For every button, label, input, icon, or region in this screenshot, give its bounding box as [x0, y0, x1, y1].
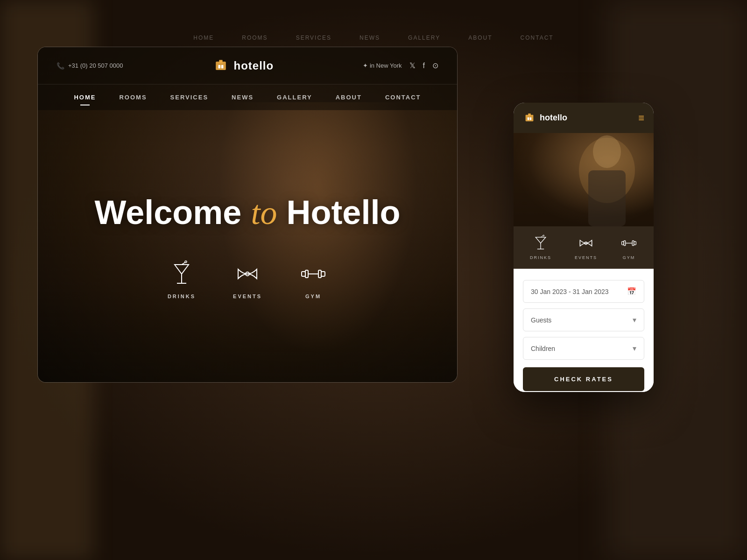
- logo-icon-svg: [212, 57, 229, 74]
- svg-rect-26: [622, 241, 624, 245]
- nav-news[interactable]: NEWS: [232, 91, 254, 103]
- mobile-header: hotello ≡: [514, 103, 654, 133]
- svg-rect-12: [318, 270, 321, 278]
- mobile-dumbbell-icon: [620, 235, 637, 252]
- children-text: Children: [531, 345, 555, 352]
- nav-about[interactable]: ABOUT: [336, 91, 362, 103]
- header-right: ✦ in New York 𝕏 f ⊙: [363, 61, 438, 70]
- events-label: EVENTS: [233, 294, 262, 299]
- mobile-logo-text: hotello: [540, 113, 567, 123]
- bg-nav-home: HOME: [193, 35, 214, 41]
- mobile-person-svg: [514, 133, 654, 226]
- bowtie-icon: [233, 260, 261, 288]
- hamburger-icon[interactable]: ≡: [638, 112, 644, 124]
- bg-nav-about: ABOUT: [468, 35, 492, 41]
- nav-contact[interactable]: CONTACT: [385, 91, 421, 103]
- nav-rooms[interactable]: ROOMS: [119, 91, 147, 103]
- desktop-logo[interactable]: hotello: [212, 57, 274, 74]
- children-field[interactable]: Children ▾: [523, 337, 644, 360]
- location-text: ✦ in New York: [363, 62, 402, 69]
- svg-point-7: [185, 261, 187, 263]
- service-events: EVENTS: [233, 260, 262, 299]
- desktop-hero: Welcome to Hotello DRINKS: [38, 110, 457, 383]
- svg-rect-3: [221, 65, 223, 68]
- header-phone: 📞 +31 (0) 20 507 0000: [56, 62, 123, 70]
- phone-number: +31 (0) 20 507 0000: [68, 62, 123, 69]
- bg-nav-contact: CONTACT: [521, 35, 554, 41]
- drinks-label: DRINKS: [168, 294, 196, 299]
- svg-rect-11: [305, 270, 308, 278]
- bg-nav-news: NEWS: [359, 35, 380, 41]
- guests-field[interactable]: Guests ▾: [523, 308, 644, 331]
- svg-rect-20: [588, 170, 626, 226]
- mobile-service-drinks: DRINKS: [530, 235, 551, 260]
- svg-rect-17: [530, 117, 532, 120]
- svg-rect-2: [218, 65, 220, 68]
- mobile-service-events: EVENTS: [575, 235, 597, 260]
- welcome-heading: Welcome to Hotello: [95, 194, 401, 231]
- svg-rect-16: [528, 117, 529, 120]
- mobile-cocktail-icon: [532, 235, 549, 252]
- mobile-hero-image: [514, 133, 654, 226]
- svg-rect-15: [528, 113, 531, 116]
- svg-point-19: [593, 135, 621, 168]
- dumbbell-icon: [299, 260, 327, 288]
- service-gym: GYM: [299, 260, 327, 299]
- mobile-logo-icon-svg: [523, 112, 536, 125]
- instagram-icon[interactable]: ⊙: [432, 61, 438, 70]
- svg-rect-29: [632, 241, 634, 246]
- welcome-italic: to: [251, 194, 277, 231]
- date-range-text: 30 Jan 2023 - 31 Jan 2023: [531, 288, 609, 295]
- mobile-service-gym: GYM: [620, 235, 637, 260]
- mobile-drinks-label: DRINKS: [530, 255, 551, 260]
- mobile-logo[interactable]: hotello: [523, 112, 567, 125]
- desktop-nav: HOME ROOMS SERVICES NEWS GALLERY ABOUT C…: [38, 84, 457, 110]
- svg-rect-10: [321, 272, 325, 276]
- svg-rect-28: [624, 241, 626, 246]
- service-icons-row: DRINKS EVENTS: [168, 260, 327, 299]
- svg-point-24: [543, 235, 544, 236]
- mobile-mockup: hotello ≡ DRINKS: [514, 103, 654, 392]
- twitter-icon[interactable]: 𝕏: [409, 61, 416, 70]
- desktop-header: 📞 +31 (0) 20 507 0000 hotello ✦ in New Y…: [38, 47, 457, 84]
- mobile-gym-label: GYM: [623, 255, 635, 260]
- guests-text: Guests: [531, 316, 551, 324]
- nav-home[interactable]: HOME: [74, 91, 96, 103]
- children-chevron-icon: ▾: [633, 344, 636, 353]
- top-nav-bar: HOME ROOMS SERVICES NEWS GALLERY ABOUT C…: [0, 27, 747, 48]
- nav-gallery[interactable]: GALLERY: [277, 91, 312, 103]
- mobile-bowtie-icon: [578, 235, 594, 252]
- check-rates-button[interactable]: CHECK RATES: [523, 367, 644, 391]
- mobile-events-label: EVENTS: [575, 255, 597, 260]
- service-drinks: DRINKS: [168, 260, 196, 299]
- svg-rect-9: [302, 272, 305, 276]
- facebook-icon[interactable]: f: [423, 62, 425, 70]
- svg-rect-1: [219, 60, 222, 63]
- guests-chevron-icon: ▾: [633, 315, 636, 324]
- desktop-logo-text: hotello: [234, 59, 274, 72]
- phone-icon: 📞: [56, 62, 64, 70]
- mobile-services: DRINKS EVENTS GYM: [514, 226, 654, 269]
- bg-nav-gallery: GALLERY: [408, 35, 440, 41]
- bg-nav-rooms: ROOMS: [242, 35, 268, 41]
- booking-widget: 30 Jan 2023 - 31 Jan 2023 📅 Guests ▾ Chi…: [514, 269, 654, 392]
- bg-nav-services: SERVICES: [296, 35, 331, 41]
- desktop-mockup: 📞 +31 (0) 20 507 0000 hotello ✦ in New Y…: [37, 47, 458, 383]
- nav-services[interactable]: SERVICES: [170, 91, 209, 103]
- date-range-field[interactable]: 30 Jan 2023 - 31 Jan 2023 📅: [523, 280, 644, 303]
- svg-rect-27: [634, 241, 636, 245]
- cocktail-icon: [168, 260, 196, 288]
- calendar-icon: 📅: [627, 287, 636, 296]
- gym-label: GYM: [305, 294, 321, 299]
